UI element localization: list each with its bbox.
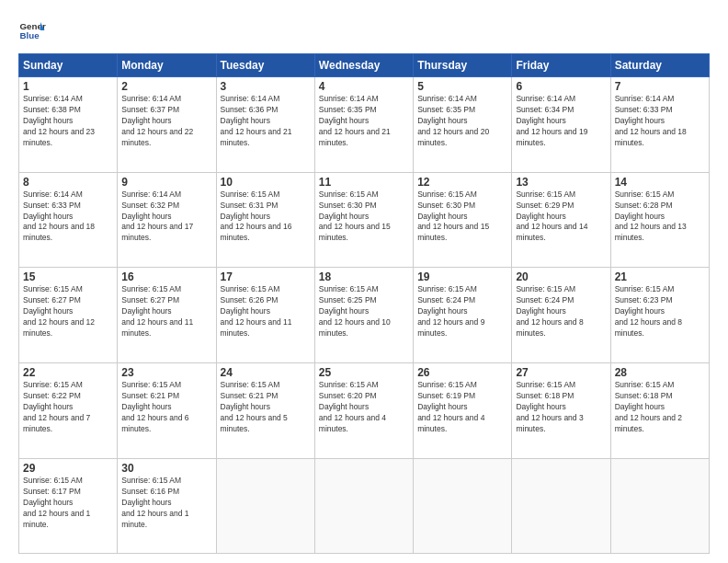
day-number: 26 (417, 366, 507, 379)
day-number: 2 (121, 80, 211, 93)
day-number: 7 (615, 80, 705, 93)
day-number: 28 (615, 366, 705, 379)
cell-info: Sunrise: 6:15 AMSunset: 6:16 PMDaylight … (121, 476, 188, 529)
cell-info: Sunrise: 6:15 AMSunset: 6:18 PMDaylight … (615, 380, 682, 433)
calendar-cell: 25 Sunrise: 6:15 AMSunset: 6:20 PMDaylig… (314, 363, 413, 459)
cell-info: Sunrise: 6:15 AMSunset: 6:19 PMDaylight … (417, 380, 484, 433)
day-number: 19 (417, 270, 507, 283)
day-number: 23 (121, 366, 211, 379)
cell-info: Sunrise: 6:15 AMSunset: 6:23 PMDaylight … (615, 284, 682, 338)
calendar-cell: 14 Sunrise: 6:15 AMSunset: 6:28 PMDaylig… (610, 172, 709, 268)
calendar-cell (414, 458, 512, 553)
cell-info: Sunrise: 6:15 AMSunset: 6:24 PMDaylight … (417, 284, 484, 338)
day-number: 30 (121, 462, 211, 475)
logo-icon: General Blue (18, 17, 46, 44)
day-number: 21 (615, 270, 705, 283)
calendar-week-row: 22 Sunrise: 6:15 AMSunset: 6:22 PMDaylig… (19, 363, 710, 459)
cell-info: Sunrise: 6:14 AMSunset: 6:32 PMDaylight … (121, 190, 193, 243)
cell-info: Sunrise: 6:15 AMSunset: 6:30 PMDaylight … (417, 190, 489, 243)
calendar-cell: 24 Sunrise: 6:15 AMSunset: 6:21 PMDaylig… (216, 363, 314, 459)
day-number: 24 (221, 366, 311, 379)
page: General Blue SundayMondayTuesdayWednesda… (0, 0, 728, 563)
day-number: 10 (221, 176, 311, 189)
calendar-cell: 10 Sunrise: 6:15 AMSunset: 6:31 PMDaylig… (216, 172, 314, 268)
day-number: 5 (417, 80, 507, 93)
day-number: 14 (615, 176, 705, 189)
calendar-cell: 17 Sunrise: 6:15 AMSunset: 6:26 PMDaylig… (216, 268, 314, 363)
day-number: 6 (516, 80, 606, 93)
cell-info: Sunrise: 6:15 AMSunset: 6:28 PMDaylight … (615, 190, 687, 243)
cell-info: Sunrise: 6:14 AMSunset: 6:33 PMDaylight … (615, 94, 687, 147)
calendar-cell (314, 458, 413, 553)
calendar-cell: 4 Sunrise: 6:14 AMSunset: 6:35 PMDayligh… (314, 77, 413, 173)
header: General Blue (18, 17, 710, 44)
calendar-cell: 9 Sunrise: 6:14 AMSunset: 6:32 PMDayligh… (118, 172, 216, 268)
calendar-cell: 7 Sunrise: 6:14 AMSunset: 6:33 PMDayligh… (610, 77, 709, 173)
calendar-cell: 8 Sunrise: 6:14 AMSunset: 6:33 PMDayligh… (19, 172, 118, 268)
calendar-week-row: 29 Sunrise: 6:15 AMSunset: 6:17 PMDaylig… (19, 458, 710, 553)
day-number: 3 (221, 80, 311, 93)
calendar-header-row: SundayMondayTuesdayWednesdayThursdayFrid… (19, 54, 710, 77)
svg-text:Blue: Blue (20, 30, 40, 40)
day-number: 15 (23, 270, 113, 283)
col-header-sunday: Sunday (19, 54, 118, 77)
calendar-cell: 28 Sunrise: 6:15 AMSunset: 6:18 PMDaylig… (610, 363, 709, 459)
cell-info: Sunrise: 6:15 AMSunset: 6:21 PMDaylight … (221, 380, 288, 433)
cell-info: Sunrise: 6:14 AMSunset: 6:34 PMDaylight … (516, 94, 587, 147)
cell-info: Sunrise: 6:15 AMSunset: 6:20 PMDaylight … (319, 380, 386, 433)
calendar-week-row: 1 Sunrise: 6:14 AMSunset: 6:38 PMDayligh… (19, 77, 710, 173)
cell-info: Sunrise: 6:14 AMSunset: 6:33 PMDaylight … (23, 190, 95, 243)
calendar-cell: 3 Sunrise: 6:14 AMSunset: 6:36 PMDayligh… (216, 77, 314, 173)
day-number: 20 (516, 270, 606, 283)
cell-info: Sunrise: 6:15 AMSunset: 6:27 PMDaylight … (23, 284, 95, 338)
col-header-tuesday: Tuesday (216, 54, 314, 77)
cell-info: Sunrise: 6:15 AMSunset: 6:21 PMDaylight … (121, 380, 188, 433)
cell-info: Sunrise: 6:14 AMSunset: 6:38 PMDaylight … (23, 94, 95, 147)
cell-info: Sunrise: 6:15 AMSunset: 6:30 PMDaylight … (319, 190, 391, 243)
day-number: 4 (319, 80, 409, 93)
day-number: 8 (23, 176, 113, 189)
col-header-thursday: Thursday (414, 54, 512, 77)
day-number: 29 (23, 462, 113, 475)
calendar-cell: 6 Sunrise: 6:14 AMSunset: 6:34 PMDayligh… (512, 77, 610, 173)
day-number: 13 (516, 176, 606, 189)
day-number: 1 (23, 80, 113, 93)
calendar-cell: 2 Sunrise: 6:14 AMSunset: 6:37 PMDayligh… (118, 77, 216, 173)
cell-info: Sunrise: 6:15 AMSunset: 6:31 PMDaylight … (221, 190, 292, 243)
calendar-cell: 30 Sunrise: 6:15 AMSunset: 6:16 PMDaylig… (118, 458, 216, 553)
cell-info: Sunrise: 6:14 AMSunset: 6:35 PMDaylight … (319, 94, 391, 147)
calendar-week-row: 8 Sunrise: 6:14 AMSunset: 6:33 PMDayligh… (19, 172, 710, 268)
cell-info: Sunrise: 6:15 AMSunset: 6:26 PMDaylight … (221, 284, 292, 338)
cell-info: Sunrise: 6:15 AMSunset: 6:17 PMDaylight … (23, 476, 90, 529)
cell-info: Sunrise: 6:14 AMSunset: 6:35 PMDaylight … (417, 94, 489, 147)
col-header-monday: Monday (118, 54, 216, 77)
calendar-cell (610, 458, 709, 553)
calendar-cell: 16 Sunrise: 6:15 AMSunset: 6:27 PMDaylig… (118, 268, 216, 363)
calendar-table: SundayMondayTuesdayWednesdayThursdayFrid… (18, 53, 710, 554)
calendar-cell: 22 Sunrise: 6:15 AMSunset: 6:22 PMDaylig… (19, 363, 118, 459)
day-number: 11 (319, 176, 409, 189)
cell-info: Sunrise: 6:15 AMSunset: 6:27 PMDaylight … (121, 284, 193, 338)
calendar-cell: 20 Sunrise: 6:15 AMSunset: 6:24 PMDaylig… (512, 268, 610, 363)
col-header-friday: Friday (512, 54, 610, 77)
day-number: 22 (23, 366, 113, 379)
cell-info: Sunrise: 6:14 AMSunset: 6:36 PMDaylight … (221, 94, 292, 147)
day-number: 25 (319, 366, 409, 379)
day-number: 16 (121, 270, 211, 283)
col-header-wednesday: Wednesday (314, 54, 413, 77)
calendar-cell: 29 Sunrise: 6:15 AMSunset: 6:17 PMDaylig… (19, 458, 118, 553)
calendar-cell: 15 Sunrise: 6:15 AMSunset: 6:27 PMDaylig… (19, 268, 118, 363)
day-number: 9 (121, 176, 211, 189)
day-number: 27 (516, 366, 606, 379)
calendar-cell: 13 Sunrise: 6:15 AMSunset: 6:29 PMDaylig… (512, 172, 610, 268)
logo: General Blue (18, 17, 46, 44)
col-header-saturday: Saturday (610, 54, 709, 77)
calendar-cell (216, 458, 314, 553)
calendar-cell: 19 Sunrise: 6:15 AMSunset: 6:24 PMDaylig… (414, 268, 512, 363)
calendar-cell (512, 458, 610, 553)
day-number: 12 (417, 176, 507, 189)
calendar-week-row: 15 Sunrise: 6:15 AMSunset: 6:27 PMDaylig… (19, 268, 710, 363)
cell-info: Sunrise: 6:15 AMSunset: 6:25 PMDaylight … (319, 284, 391, 338)
calendar-cell: 11 Sunrise: 6:15 AMSunset: 6:30 PMDaylig… (314, 172, 413, 268)
calendar-cell: 12 Sunrise: 6:15 AMSunset: 6:30 PMDaylig… (414, 172, 512, 268)
